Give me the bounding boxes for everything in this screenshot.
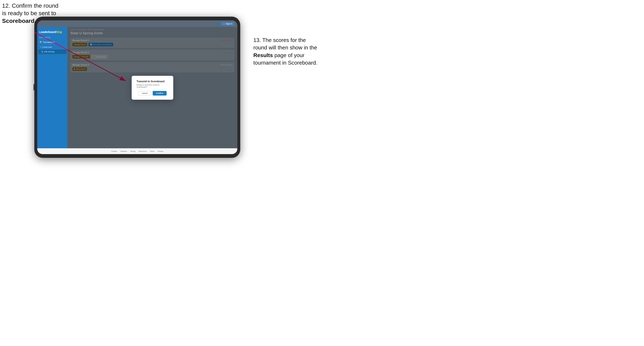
annotation-line2: is ready to be sent to — [2, 10, 56, 16]
sign-in-label: Sign In — [226, 23, 232, 25]
main-content: Home > Tournaments > State U Spring Invi… — [68, 27, 237, 148]
top-bar: 👤 → Sign In — [37, 20, 237, 27]
modal-overlay: Transmit to Scoreboard Ready to send thi… — [68, 27, 237, 148]
tournaments-label: Tournaments — [43, 41, 55, 43]
sidebar-item-tournaments[interactable]: 🏆 Tournaments — [37, 40, 68, 45]
sidebar-sub-item-create-new[interactable]: + Create New — [37, 45, 68, 49]
annotation-right-text: 13. The scores for the round will then s… — [253, 37, 318, 66]
modal-buttons: Cancel Confirm — [137, 91, 168, 96]
annotation-line3: Scoreboard. — [2, 18, 36, 24]
modal-subtitle: Ready to send this round to Scoreboard? — [137, 84, 168, 88]
sign-in-icon: → — [223, 23, 225, 25]
tablet-frame: 👤 → Sign In LeaderboardKing MAIN MENU 🏆 … — [34, 17, 240, 158]
content-area: LeaderboardKing MAIN MENU 🏆 Tournaments … — [37, 27, 237, 148]
footer-link-features[interactable]: Features — [120, 150, 127, 152]
footer-link-product[interactable]: Product — [111, 150, 117, 152]
annotation-right: 13. The scores for the round will then s… — [253, 36, 318, 67]
footer-link-pricing[interactable]: Pricing — [130, 150, 135, 152]
sidebar: LeaderboardKing MAIN MENU 🏆 Tournaments … — [37, 27, 68, 148]
edit-icon: ✏️ — [41, 51, 43, 53]
modal-confirm-button[interactable]: Confirm — [153, 91, 166, 96]
annotation-top: 12. Confirm the round is ready to be sen… — [2, 2, 58, 25]
annotation-line1: 12. Confirm the round — [2, 2, 58, 9]
sidebar-logo: LeaderboardKing — [37, 29, 68, 36]
main-menu-label: MAIN MENU — [37, 36, 68, 40]
sign-in-button[interactable]: → Sign In — [221, 22, 234, 25]
tablet-screen: 👤 → Sign In LeaderboardKing MAIN MENU 🏆 … — [37, 20, 237, 154]
footer-link-resources[interactable]: Resources — [139, 150, 147, 152]
user-icon: 👤 — [217, 22, 220, 25]
footer: Product Features Pricing Resources Terms… — [37, 148, 237, 154]
modal-box: Transmit to Scoreboard Ready to send thi… — [132, 76, 173, 100]
edit-existing-label: Edit Existing — [44, 51, 54, 53]
trophy-icon: 🏆 — [39, 41, 42, 43]
modal-cancel-button[interactable]: Cancel — [138, 91, 151, 96]
footer-link-privacy[interactable]: Privacy — [158, 150, 163, 152]
modal-title: Transmit to Scoreboard — [137, 80, 168, 83]
sidebar-sub-item-edit-existing[interactable]: ✏️ Edit Existing — [38, 49, 66, 54]
logo-text: LeaderboardKing — [39, 30, 62, 34]
create-new-label: Create New — [42, 46, 52, 48]
footer-link-terms[interactable]: Terms — [150, 150, 154, 152]
plus-icon: + — [40, 46, 41, 48]
tablet-side-button — [34, 84, 34, 90]
